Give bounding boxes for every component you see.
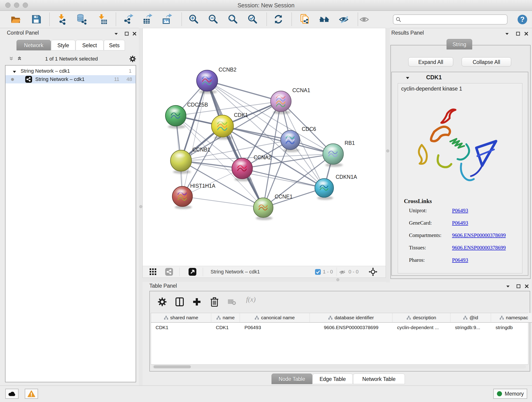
column-header-description[interactable]: description <box>393 313 450 323</box>
panel-menu-icon[interactable] <box>505 284 510 289</box>
help-icon[interactable]: ? <box>517 14 528 25</box>
horizontal-splitter[interactable] <box>143 278 386 282</box>
zoom-fit-icon[interactable] <box>227 14 238 25</box>
tab-string[interactable]: String <box>447 39 472 50</box>
import-network-icon[interactable] <box>57 14 68 25</box>
memory-button[interactable]: Memory <box>493 389 527 399</box>
network-edge[interactable] <box>182 196 263 208</box>
show-all-eye-icon[interactable] <box>359 14 370 25</box>
tab-style[interactable]: Style <box>51 40 75 51</box>
panel-menu-icon[interactable] <box>114 31 119 36</box>
table-cell[interactable]: CDK1 <box>151 323 211 332</box>
tab-node-table[interactable]: Node Table <box>272 374 312 384</box>
column-header-@id[interactable]: @id <box>450 313 491 323</box>
network-collection-row[interactable]: String Network – cdk1 1 <box>6 67 136 75</box>
selected-checkbox-icon[interactable] <box>315 269 321 275</box>
network-canvas[interactable]: CCNB2CCNA1CDC25BCDK1CDC6RB1CCNB1CCNA2CDK… <box>143 28 386 267</box>
panel-float-icon[interactable] <box>124 31 129 36</box>
crosslink-link[interactable]: P06493 <box>452 257 468 263</box>
open-session-icon[interactable] <box>10 14 21 25</box>
vertical-splitter-right[interactable] <box>386 28 390 282</box>
show-columns-icon[interactable] <box>175 297 184 307</box>
node-HIST1H1A[interactable]: HIST1H1A <box>172 183 215 209</box>
create-column-plus-icon[interactable] <box>192 297 201 307</box>
panel-close-icon[interactable] <box>524 31 529 36</box>
minimize-window-button[interactable] <box>14 2 19 8</box>
splitter-handle[interactable] <box>336 278 339 281</box>
collapse-all-button[interactable]: Collapse All <box>462 57 511 66</box>
tab-network-table[interactable]: Network Table <box>353 374 405 384</box>
zoom-selected-icon[interactable] <box>247 14 258 25</box>
collapse-all-tree-icon[interactable] <box>9 56 14 61</box>
export-table-icon[interactable] <box>142 14 152 25</box>
save-session-icon[interactable] <box>31 14 42 25</box>
birds-eye-grid-icon[interactable] <box>150 268 157 275</box>
export-image-icon[interactable] <box>161 14 172 25</box>
table-cell[interactable]: stringdb <box>491 323 532 332</box>
hide-selected-eye-slash-icon[interactable] <box>338 14 349 25</box>
tab-edge-table[interactable]: Edge Table <box>312 374 353 384</box>
crosslink-link[interactable]: P06493 <box>452 208 468 213</box>
table-cell[interactable]: 9606.ENSP00000378699 <box>310 323 393 332</box>
splitter-handle[interactable] <box>139 205 142 208</box>
network-edge[interactable] <box>182 81 207 196</box>
export-network-icon[interactable] <box>122 14 133 25</box>
scrollbar-thumb[interactable] <box>153 365 191 368</box>
tab-sets[interactable]: Sets <box>104 40 125 51</box>
panel-float-icon[interactable] <box>515 31 520 36</box>
search-field[interactable] <box>393 14 507 25</box>
import-network-from-database-icon[interactable] <box>76 14 87 25</box>
expand-all-tree-icon[interactable] <box>17 56 22 61</box>
search-input[interactable] <box>404 16 505 24</box>
import-table-icon[interactable] <box>97 14 108 25</box>
node-CCNA1[interactable]: CCNA1 <box>271 87 310 114</box>
table-cell[interactable]: P06493 <box>240 323 310 332</box>
node-CDK1[interactable]: CDK1 <box>211 112 248 140</box>
panel-float-icon[interactable] <box>516 284 521 289</box>
section-collapse-icon[interactable] <box>405 75 410 80</box>
panel-menu-icon[interactable] <box>505 31 510 36</box>
cloud-button[interactable] <box>5 389 19 399</box>
table-cell[interactable]: cyclin-dependent ... <box>393 323 450 332</box>
tab-network[interactable]: Network <box>17 40 51 51</box>
crosslink-link[interactable]: 9606.ENSP00000378699 <box>452 232 506 238</box>
table-options-gear-icon[interactable] <box>158 297 167 307</box>
crosslink-link[interactable]: P06493 <box>452 220 468 226</box>
node-CCNB1[interactable]: CCNB1 <box>171 147 210 174</box>
home-icon[interactable] <box>319 14 330 25</box>
tab-select[interactable]: Select <box>76 40 104 51</box>
column-header-database-identifier[interactable]: database identifier <box>310 313 393 323</box>
table-cell[interactable]: stringdb:9... <box>450 323 491 332</box>
network-options-gear-icon[interactable] <box>129 56 136 62</box>
clone-network-icon[interactable] <box>299 14 310 25</box>
splitter-handle[interactable] <box>386 149 389 153</box>
table-row[interactable]: CDK1CDK1P064939606.ENSP00000378699cyclin… <box>151 323 532 332</box>
close-window-button[interactable] <box>5 2 11 8</box>
apply-layout-icon[interactable] <box>273 14 284 25</box>
network-share-badge-icon[interactable] <box>165 268 173 276</box>
node-CDKN1A[interactable]: CDKN1A <box>315 174 357 200</box>
warnings-button[interactable] <box>25 389 38 399</box>
table-horizontal-scrollbar[interactable] <box>152 365 526 369</box>
column-header-namespac[interactable]: namespac <box>491 313 532 323</box>
column-header-shared-name[interactable]: shared name <box>151 313 211 323</box>
delete-column-trash-icon[interactable] <box>210 297 219 307</box>
node-RB1[interactable]: RB1 <box>323 140 355 167</box>
zoom-in-icon[interactable] <box>188 14 199 25</box>
panel-close-icon[interactable] <box>132 31 137 36</box>
column-header-canonical-name[interactable]: canonical name <box>240 313 310 323</box>
column-header-name[interactable]: name <box>211 313 240 323</box>
function-builder-icon[interactable]: f(x) <box>246 295 256 303</box>
tree-expand-icon[interactable] <box>12 69 17 74</box>
table-cell[interactable]: CDK1 <box>211 323 240 332</box>
network-row-selected[interactable]: String Network – cdk1 11 48 <box>6 75 136 83</box>
fit-selected-crosshair-icon[interactable] <box>369 268 377 276</box>
zoom-out-icon[interactable] <box>208 14 219 25</box>
panel-close-icon[interactable] <box>524 284 529 289</box>
crosslink-link[interactable]: 9606.ENSP00000378699 <box>452 245 506 250</box>
delete-table-icon[interactable] <box>228 297 236 307</box>
open-in-new-window-icon[interactable] <box>189 268 196 276</box>
zoom-window-button[interactable] <box>23 2 28 8</box>
hidden-eye-slash-icon[interactable] <box>339 269 346 275</box>
network-edge[interactable] <box>207 81 263 208</box>
